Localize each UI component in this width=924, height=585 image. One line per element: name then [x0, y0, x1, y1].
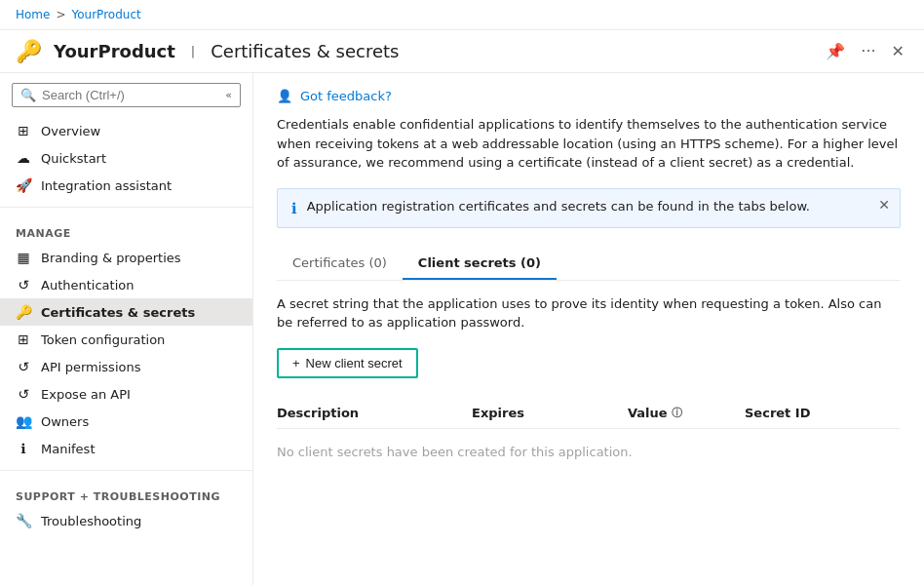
sidebar-item-label: Overview	[41, 124, 100, 138]
info-icon: ℹ	[291, 200, 297, 217]
sidebar-item-quickstart[interactable]: ☁ Quickstart	[0, 144, 252, 172]
manifest-icon: ℹ	[16, 441, 31, 456]
description-text: Credentials enable confidential applicat…	[277, 115, 901, 173]
pin-icon[interactable]: 📌	[822, 38, 849, 64]
sidebar-item-manifest[interactable]: ℹ Manifest	[0, 435, 252, 462]
manage-section-label: Manage	[0, 215, 252, 244]
breadcrumb: Home > YourProduct	[0, 0, 924, 30]
tab-client-secrets[interactable]: Client secrets (0)	[403, 248, 557, 280]
empty-message: No client secrets have been created for …	[277, 433, 901, 471]
sidebar-item-authentication[interactable]: ↺ Authentication	[0, 271, 252, 298]
quickstart-icon: ☁	[16, 150, 31, 166]
tab-description: A secret string that the application use…	[277, 294, 901, 332]
sidebar-item-integration[interactable]: 🚀 Integration assistant	[0, 172, 252, 199]
info-banner-text: Application registration certificates an…	[307, 199, 810, 214]
sidebar-item-label: Authentication	[41, 278, 134, 292]
col-value: Value ⓘ	[628, 406, 745, 420]
sidebar-item-label: Integration assistant	[41, 178, 172, 193]
feedback-icon: 👤	[277, 89, 292, 103]
troubleshooting-icon: 🔧	[16, 513, 31, 528]
info-banner-close[interactable]: ✕	[878, 197, 890, 213]
sidebar-item-api-permissions[interactable]: ↺ API permissions	[0, 353, 252, 380]
expose-api-icon: ↺	[16, 386, 31, 402]
support-section-label: Support + Troubleshooting	[0, 479, 252, 507]
col-description: Description	[277, 406, 472, 420]
info-banner: ℹ Application registration certificates …	[277, 188, 901, 228]
sidebar-item-label: Quickstart	[41, 151, 106, 166]
header-icon: 🔑	[16, 39, 42, 63]
sidebar-item-label: Certificates & secrets	[41, 305, 195, 320]
col-expires: Expires	[472, 406, 628, 420]
breadcrumb-sep: >	[56, 8, 65, 21]
table-header: Description Expires Value ⓘ Secret ID	[277, 398, 901, 429]
sidebar-divider-support	[0, 470, 252, 471]
plus-icon: +	[292, 356, 300, 370]
search-box[interactable]: 🔍 «	[12, 83, 241, 107]
sidebar-item-label: Owners	[41, 414, 89, 429]
main-content-area: 👤 Got feedback? Credentials enable confi…	[253, 73, 924, 585]
certs-icon: 🔑	[16, 304, 31, 320]
page-header: 🔑 YourProduct | Certificates & secrets 📌…	[0, 30, 924, 73]
token-icon: ⊞	[16, 332, 31, 347]
close-icon[interactable]: ✕	[888, 38, 908, 64]
api-permissions-icon: ↺	[16, 359, 31, 374]
overview-icon: ⊞	[16, 123, 31, 138]
header-divider: |	[191, 44, 195, 58]
authentication-icon: ↺	[16, 277, 31, 292]
owners-icon: 👥	[16, 413, 31, 429]
add-secret-label: New client secret	[306, 356, 403, 370]
tab-bar: Certificates (0) Client secrets (0)	[277, 248, 901, 281]
sidebar-item-label: Token configuration	[41, 332, 165, 347]
branding-icon: ▦	[16, 250, 31, 265]
sidebar-item-label: API permissions	[41, 360, 140, 374]
sidebar-item-label: Troubleshooting	[41, 514, 141, 528]
sidebar-item-overview[interactable]: ⊞ Overview	[0, 117, 252, 144]
sidebar-item-expose-api[interactable]: ↺ Expose an API	[0, 380, 252, 408]
feedback-bar[interactable]: 👤 Got feedback?	[277, 89, 901, 103]
search-input[interactable]	[42, 88, 219, 102]
header-subtitle: Certificates & secrets	[211, 41, 399, 61]
tab-certificates[interactable]: Certificates (0)	[277, 248, 403, 280]
sidebar-item-branding[interactable]: ▦ Branding & properties	[0, 244, 252, 271]
sidebar-item-token[interactable]: ⊞ Token configuration	[0, 326, 252, 353]
sidebar-item-owners[interactable]: 👥 Owners	[0, 408, 252, 435]
more-icon[interactable]: ···	[857, 38, 879, 64]
header-title: YourProduct	[54, 41, 175, 61]
value-info-icon: ⓘ	[672, 406, 682, 420]
sidebar: 🔍 « ⊞ Overview ☁ Quickstart 🚀 Integratio…	[0, 73, 253, 585]
breadcrumb-product[interactable]: YourProduct	[72, 8, 141, 21]
breadcrumb-home[interactable]: Home	[16, 8, 50, 21]
feedback-label: Got feedback?	[300, 89, 392, 103]
integration-icon: 🚀	[16, 177, 31, 193]
sidebar-divider-manage	[0, 207, 252, 208]
sidebar-item-label: Expose an API	[41, 387, 131, 402]
search-icon: 🔍	[20, 88, 36, 102]
sidebar-item-certs[interactable]: 🔑 Certificates & secrets	[0, 298, 252, 326]
col-secret-id: Secret ID	[745, 406, 901, 420]
add-secret-button[interactable]: + New client secret	[277, 348, 418, 378]
collapse-button[interactable]: «	[225, 89, 232, 101]
header-actions: 📌 ··· ✕	[822, 38, 908, 64]
sidebar-item-label: Branding & properties	[41, 251, 181, 265]
sidebar-item-troubleshooting[interactable]: 🔧 Troubleshooting	[0, 507, 252, 534]
sidebar-item-label: Manifest	[41, 442, 95, 456]
